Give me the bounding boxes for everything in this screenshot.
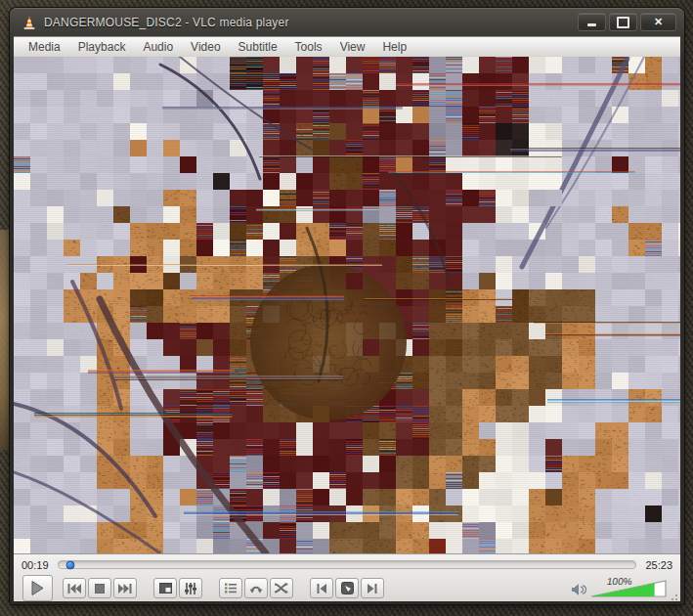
close-button[interactable]: ✕ bbox=[640, 13, 676, 31]
close-icon: ✕ bbox=[654, 17, 663, 27]
dvd-menu-button[interactable] bbox=[335, 578, 359, 598]
minimize-button[interactable] bbox=[578, 13, 606, 31]
resize-grip[interactable] bbox=[670, 593, 677, 600]
desktop-background: DANGERMOUSE_DISC2 - VLC media player ✕ M… bbox=[0, 0, 693, 616]
menu-item-subtitle[interactable]: Subtitle bbox=[230, 38, 286, 56]
window-title: DANGERMOUSE_DISC2 - VLC media player bbox=[44, 16, 578, 29]
control-panel: 00:19 25:23 bbox=[14, 553, 680, 601]
volume-icon bbox=[572, 583, 586, 596]
total-time: 25:23 bbox=[645, 559, 672, 571]
playlist-button[interactable] bbox=[219, 578, 242, 598]
loop-icon bbox=[249, 583, 263, 594]
maximize-button[interactable] bbox=[609, 13, 637, 31]
menu-item-playback[interactable]: Playback bbox=[69, 38, 135, 56]
menu-item-view[interactable]: View bbox=[331, 38, 374, 56]
maximize-icon bbox=[617, 17, 629, 28]
menu-item-audio[interactable]: Audio bbox=[134, 38, 182, 56]
vlc-cone-icon bbox=[22, 15, 37, 30]
random-button[interactable] bbox=[270, 578, 293, 598]
window-titlebar[interactable]: DANGERMOUSE_DISC2 - VLC media player ✕ bbox=[14, 8, 680, 36]
disc-menu-icon bbox=[341, 582, 354, 594]
play-button[interactable] bbox=[22, 575, 53, 601]
playlist-icon bbox=[225, 583, 237, 594]
menu-item-help[interactable]: Help bbox=[373, 38, 415, 56]
equalizer-icon bbox=[185, 583, 196, 594]
dvd-next-button[interactable] bbox=[361, 578, 384, 598]
volume-percentage: 100% bbox=[606, 576, 632, 587]
minimize-icon bbox=[587, 23, 596, 26]
next-chapter-icon bbox=[368, 584, 377, 594]
previous-button[interactable] bbox=[63, 578, 86, 598]
fullscreen-icon bbox=[159, 583, 172, 594]
video-display[interactable] bbox=[14, 57, 680, 553]
elapsed-time: 00:19 bbox=[22, 559, 49, 571]
previous-chapter-icon bbox=[317, 584, 326, 594]
menu-bar: Media Playback Audio Video Subtitle Tool… bbox=[14, 36, 680, 57]
next-button[interactable] bbox=[113, 578, 137, 598]
loop-button[interactable] bbox=[244, 578, 268, 598]
play-icon bbox=[31, 581, 44, 595]
seek-handle[interactable] bbox=[65, 560, 74, 569]
stop-button[interactable] bbox=[88, 578, 111, 598]
fullscreen-button[interactable] bbox=[153, 578, 177, 598]
menu-item-video[interactable]: Video bbox=[182, 38, 229, 56]
dvd-previous-button[interactable] bbox=[310, 578, 333, 598]
extended-settings-button[interactable] bbox=[179, 578, 202, 598]
menu-item-tools[interactable]: Tools bbox=[286, 38, 331, 56]
menu-item-media[interactable]: Media bbox=[20, 38, 69, 56]
stop-icon bbox=[95, 584, 105, 594]
seek-slider[interactable] bbox=[58, 560, 637, 569]
skip-forward-icon bbox=[118, 584, 132, 594]
vlc-window: DANGERMOUSE_DISC2 - VLC media player ✕ M… bbox=[10, 8, 684, 604]
shuffle-icon bbox=[275, 583, 288, 594]
volume-control[interactable]: 100% bbox=[572, 580, 672, 597]
skip-back-icon bbox=[67, 584, 81, 594]
